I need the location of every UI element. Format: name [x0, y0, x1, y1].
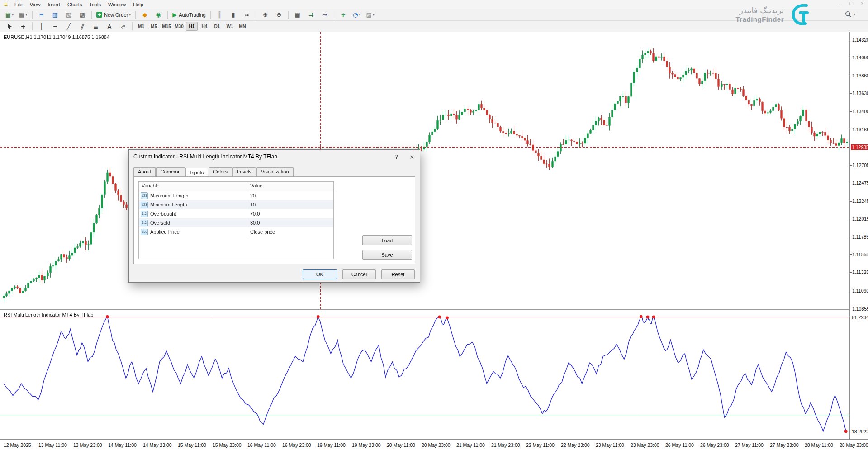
timeframe-h4[interactable]: H4 [199, 22, 210, 31]
toolbar-separator [256, 11, 256, 19]
zoom-in-button[interactable]: ⊕ [259, 10, 272, 20]
chevron-down-icon: ▾ [854, 12, 855, 16]
tile-windows-button[interactable]: ▦ [291, 10, 304, 20]
timeframe-m15[interactable]: M15 [161, 22, 172, 31]
templates-button[interactable]: ▨▾ [364, 10, 377, 20]
inputs-table[interactable]: VariableValue123Maximum Length20123Minim… [138, 181, 334, 259]
fibonacci-button[interactable]: ≣ [90, 21, 102, 31]
time-axis-label: 22 May 11:00 [526, 442, 555, 448]
price-chart-canvas[interactable] [0, 32, 849, 309]
cancel-button[interactable]: Cancel [342, 269, 376, 279]
ok-button[interactable]: OK [303, 269, 337, 279]
tab-levels[interactable]: Levels [232, 167, 256, 177]
value-cell[interactable]: 30.0 [247, 220, 333, 226]
menu-item-charts[interactable]: Charts [64, 1, 85, 8]
minimize-button[interactable]: – [837, 1, 844, 6]
load-button[interactable]: Load [362, 235, 412, 245]
time-axis-label: 26 May 11:00 [665, 442, 694, 448]
drawing-tools: +│─╱∥≣A⇗ [3, 21, 130, 31]
horizontal-line-button[interactable]: ─ [49, 21, 62, 31]
menu-item-help[interactable]: Help [129, 1, 147, 8]
mql-community-button[interactable]: ◉ [152, 10, 165, 20]
zoom-out-button[interactable]: ⊖ [273, 10, 285, 20]
tab-colors[interactable]: Colors [209, 167, 232, 177]
rsi-indicator-canvas[interactable] [0, 310, 849, 439]
price-axis-label: 1.11325 [852, 269, 868, 275]
main-toolbar: ▤▾▦▾≡▥▧▩+New Order▾◆◉▶AutoTrading║▮≈⊕⊖▦⇉… [0, 9, 868, 21]
save-button[interactable]: Save [362, 250, 412, 260]
search-button[interactable]: ▾ [845, 11, 855, 18]
chart-shift-button[interactable]: ↦ [318, 10, 331, 20]
tab-visualization[interactable]: Visualization [256, 167, 294, 177]
table-row[interactable]: 1.2Overbought70.0 [139, 209, 333, 218]
reset-button[interactable]: Reset [381, 269, 415, 279]
menu-item-view[interactable]: View [26, 1, 44, 8]
timeframe-w1[interactable]: W1 [224, 22, 236, 31]
timeframe-mn[interactable]: MN [237, 22, 248, 31]
dialog-help-button[interactable]: ? [389, 150, 404, 163]
value-cell[interactable]: 20 [247, 193, 333, 198]
price-axis[interactable]: 1.143201.140901.138601.136301.134001.131… [849, 32, 868, 439]
equidistant-channel-button[interactable]: ∥ [76, 21, 89, 31]
variable-name: Overbought [150, 211, 176, 216]
rsi-indicator-panel: RSI Multi Length Indicator MT4 By TFlab [0, 310, 868, 439]
fibonacci-icon: ≣ [94, 24, 99, 29]
new-chart-button[interactable]: ▤▾ [3, 10, 16, 20]
navigator-button[interactable]: ▧ [62, 10, 75, 20]
candlestick-chart-button[interactable]: ▮ [227, 10, 240, 20]
terminal-button[interactable]: ▩ [76, 10, 89, 20]
column-header-variable: Variable [139, 182, 247, 191]
value-cell[interactable]: Close price [247, 229, 333, 235]
value-cell[interactable]: 10 [247, 202, 333, 207]
symbol-ohlc-label: EURUSD,H1 1.17011 1.17049 1.16875 1.1688… [4, 34, 109, 40]
autotrading-button[interactable]: ▶AutoTrading [171, 10, 208, 20]
auto-scroll-button[interactable]: ⇉ [305, 10, 318, 20]
table-row[interactable]: 123Minimum Length10 [139, 200, 333, 209]
dialog-titlebar[interactable]: Custom Indicator - RSI Multi Length Indi… [129, 150, 420, 163]
maximize-button[interactable]: ▢ [848, 1, 854, 6]
profiles-button[interactable]: ▦▾ [17, 10, 29, 20]
market-watch-button[interactable]: ≡ [35, 10, 48, 20]
timeframe-m5[interactable]: M5 [148, 22, 160, 31]
time-axis-label: 13 May 23:00 [73, 442, 102, 448]
expert-advisors-button[interactable]: ◆ [138, 10, 151, 20]
timeframe-m30[interactable]: M30 [173, 22, 185, 31]
data-window-button[interactable]: ▥ [49, 10, 62, 20]
value-cell[interactable]: 70.0 [247, 211, 333, 216]
menu-item-window[interactable]: Window [104, 1, 129, 8]
timeframe-m1[interactable]: M1 [135, 22, 147, 31]
new-order-label: New Order [104, 12, 128, 18]
trendline-button[interactable]: ╱ [62, 21, 75, 31]
timeframe-d1[interactable]: D1 [211, 22, 223, 31]
timeframe-h1[interactable]: H1 [186, 22, 198, 31]
periods-button[interactable]: ◔▾ [351, 10, 363, 20]
table-row[interactable]: abcApplied PriceClose price [139, 227, 333, 236]
toolbar-separator [135, 11, 136, 19]
arrows-button[interactable]: ⇗ [117, 21, 129, 31]
tab-about[interactable]: About [133, 167, 156, 177]
tab-common[interactable]: Common [156, 167, 185, 177]
menu-item-tools[interactable]: Tools [85, 1, 104, 8]
menu-item-file[interactable]: File [11, 1, 26, 8]
table-row[interactable]: 1.2Oversold30.0 [139, 218, 333, 227]
new-order-button[interactable]: +New Order▾ [95, 10, 133, 20]
line-chart-button[interactable]: ≈ [241, 10, 253, 20]
price-axis-tick [850, 291, 852, 291]
text-button[interactable]: A [103, 21, 116, 31]
indicators-button[interactable]: + [337, 10, 350, 20]
menu-item-insert[interactable]: Insert [44, 1, 64, 8]
vertical-line-button[interactable]: │ [35, 21, 48, 31]
crosshair-button[interactable]: + [17, 21, 29, 31]
time-axis[interactable]: 12 May 202513 May 11:0013 May 23:0014 Ma… [0, 439, 868, 451]
time-axis-label: 14 May 23:00 [143, 442, 172, 448]
dialog-close-button[interactable]: × [404, 150, 420, 163]
close-button[interactable]: × [859, 1, 865, 6]
table-row[interactable]: 123Maximum Length20 [139, 191, 333, 200]
toolbar-separator [91, 11, 92, 19]
tab-inputs[interactable]: Inputs [185, 168, 208, 177]
cursor-button[interactable] [3, 21, 16, 31]
time-axis-label: 20 May 23:00 [422, 442, 451, 448]
dialog-tab-page: VariableValue123Maximum Length20123Minim… [133, 176, 415, 264]
bar-chart-button[interactable]: ║ [213, 10, 226, 20]
bar-chart-icon: ║ [218, 12, 222, 18]
